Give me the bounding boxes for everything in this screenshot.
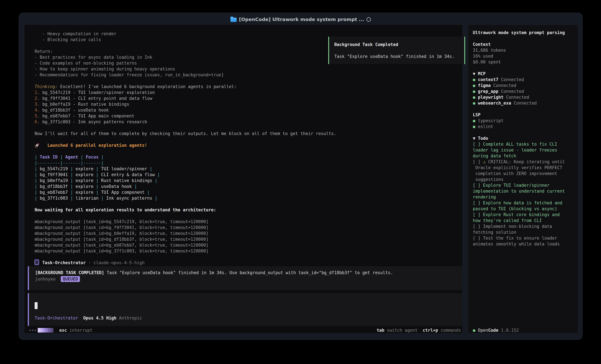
text-line	[35, 201, 336, 207]
text-segment: Oracle explicitly verifies PERFECT	[473, 165, 562, 170]
text-segment: |	[68, 166, 76, 171]
text-line: ⚙background_output [task_id=bg_37f1c003,…	[35, 248, 336, 254]
version-label: ● OpenCode 1.0.152	[473, 327, 519, 333]
text-line: Launched 6 parallel exploration agents!	[35, 142, 336, 148]
text-line: | bg_b0effa19 | explore | Rust native bi…	[35, 178, 336, 183]
text-line: tab switch agent ctrl+p commands	[327, 327, 461, 333]
text-segment: Connected	[491, 83, 516, 88]
text-segment: |	[35, 172, 40, 177]
progress-segment	[48, 328, 51, 333]
text-segment: Open	[478, 328, 488, 333]
text-segment: [BACKGROUND TASK COMPLETED]	[35, 270, 104, 275]
text-line: $0.00 spent	[473, 59, 565, 65]
text-segment: ·	[86, 260, 93, 265]
text-segment: - Recommendations for fixing loader free…	[35, 72, 224, 77]
text-line: ● websearch_exa Connected	[473, 100, 565, 106]
text-line: during data fetch	[473, 153, 565, 159]
text-segment: $0.00 spent	[473, 59, 501, 64]
text-segment: |	[152, 196, 157, 201]
text-line: - Code examples of non-blocking patterns	[35, 60, 336, 66]
text-segment: [ ] Complete ALL tasks to fix CLI	[473, 142, 557, 147]
text-line: ● grep_app Connected	[473, 88, 565, 94]
text-segment: background_output [task_id=bg_eb87ebb7, …	[37, 243, 209, 248]
text-segment: Connected	[499, 89, 524, 94]
text-segment: |	[93, 172, 101, 177]
text-line: - Best practices for async data loading …	[35, 54, 336, 60]
text-line: | Task ID | Agent | Focus |	[35, 154, 336, 160]
text-segment: - Blocking native calls	[35, 37, 101, 42]
text-segment: bg_eb87ebb7 - TUI App main component	[40, 114, 134, 118]
text-line	[35, 43, 336, 48]
status-badge: QUEUED	[61, 276, 80, 282]
text-segment: completion with ZERO improvement	[473, 171, 557, 176]
text-segment: bg_5547c219	[40, 166, 68, 171]
text-segment: commands	[438, 328, 461, 333]
text-line: [ ] Test the fix to ensure loader	[473, 235, 565, 241]
text-segment: ▼	[473, 71, 478, 76]
text-segment: bg_f9ff3041 - CLI entry point and data f…	[40, 96, 152, 101]
text-segment: |	[68, 178, 76, 183]
text-segment: |	[93, 178, 101, 183]
text-line: suggestions	[473, 176, 565, 182]
agent-model-label: Task-Orchestrator Opus 4.5 High Anthropi…	[35, 315, 142, 321]
text-line: [ ] Explore how data is fetched and	[473, 200, 565, 206]
text-line: ● eslint	[473, 124, 565, 129]
text-segment: Rust native bindings	[101, 178, 152, 183]
text-line	[473, 36, 565, 41]
text-line: Thinking: Excellent! I've launched 6 bac…	[35, 84, 336, 89]
text-line	[35, 213, 336, 219]
text-line: - Blocking native calls	[35, 37, 336, 43]
sidebar-content: Ultrawork mode system prompt parsingCont…	[473, 30, 565, 247]
text-segment: 4.	[35, 108, 40, 113]
text-segment: useData hook	[101, 184, 132, 189]
text-segment: MCP	[478, 71, 486, 76]
text-segment: |	[35, 166, 40, 171]
text-segment: typescript	[478, 118, 503, 123]
text-line: ▼ MCP	[473, 71, 565, 77]
text-segment: ●	[473, 83, 478, 88]
agent-avatar-icon	[34, 259, 39, 265]
progress-segment	[38, 328, 40, 333]
text-line: fetching solution	[473, 229, 565, 235]
esc-hint: esc interrupt	[59, 327, 93, 333]
text-segment: |	[35, 196, 40, 201]
text-segment: bg_df18bb3f - useData hook	[40, 108, 109, 113]
text-segment: explore	[75, 190, 93, 195]
text-line: | bg_5547c219 | explore | TUI loader/spi…	[35, 166, 336, 172]
text-segment: ●	[473, 77, 478, 82]
text-segment: Connected	[511, 101, 537, 105]
text-line: Ultrawork mode system prompt parsing	[473, 30, 565, 36]
text-line: rendering	[473, 194, 565, 200]
text-line: ● OpenCode 1.0.152	[473, 327, 519, 333]
rocket-icon	[34, 142, 40, 149]
text-line: completion with ZERO improvement	[473, 171, 565, 176]
text-line: animates smoothly while data loads	[473, 241, 565, 247]
completed-message-box: [BACKGROUND TASK COMPLETED] Task "Explor…	[28, 266, 462, 290]
text-segment: context7	[478, 77, 498, 82]
text-segment: [ ] Explore TUI loader/spinner	[473, 183, 550, 188]
text-segment: junhoyeo	[35, 277, 56, 281]
text-segment: background_output [task_id=bg_37f1c003, …	[37, 249, 209, 253]
text-segment: passed to TUI (blocking vs async)	[473, 206, 557, 211]
text-segment: Now I'll wait for all of them to complet…	[35, 131, 336, 136]
text-segment: ●	[473, 101, 478, 105]
text-line	[35, 254, 336, 260]
text-line: Now waiting for all exploration results …	[35, 207, 336, 213]
text-line: |---------|-------|-------|	[35, 160, 336, 166]
text-segment: |	[68, 172, 76, 177]
text-segment: ⚙	[35, 237, 37, 242]
text-line: - How to keep spinner animating during h…	[35, 66, 336, 72]
text-segment: |	[35, 190, 40, 195]
progress-segment	[43, 328, 46, 333]
text-segment: [ ] Test the fix to ensure loader	[473, 236, 557, 240]
text-segment: TUI App component	[101, 190, 145, 195]
text-line: ● figma Connected	[473, 83, 565, 88]
text-line: ● playwright Connected	[473, 94, 565, 100]
text-segment: ⚠	[483, 159, 488, 164]
text-line: - Recommendations for fixing loader free…	[35, 72, 336, 78]
text-segment: loader lag issue - loader freezes	[473, 148, 557, 153]
text-segment: |	[68, 196, 76, 201]
text-segment: |	[35, 178, 40, 183]
text-segment: - Heavy computation in render	[35, 31, 116, 36]
text-line: 4. bg_df18bb3f - useData hook	[35, 107, 336, 113]
